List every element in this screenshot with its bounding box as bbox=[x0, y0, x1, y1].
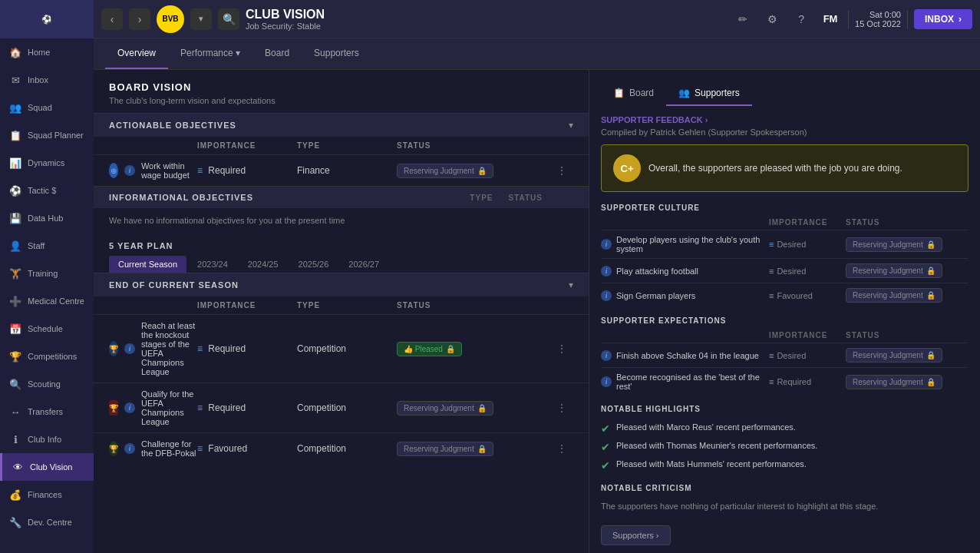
datetime-line2: 15 Oct 2022 bbox=[855, 19, 901, 28]
expand-icon2[interactable]: ▾ bbox=[569, 280, 573, 290]
nav-forward-button[interactable]: › bbox=[129, 8, 150, 30]
informational-empty-text: We have no informational objectives for … bbox=[109, 216, 345, 225]
importance-icon-c2: ≡ bbox=[769, 267, 774, 276]
right-tab-supporters[interactable]: 👥 Supporters bbox=[666, 81, 752, 106]
expectations-name-1: i Finish above Schalke 04 in the league bbox=[601, 350, 769, 361]
nav-back-button[interactable]: ‹ bbox=[101, 8, 123, 30]
supporters-button[interactable]: Supporters › bbox=[601, 525, 671, 545]
informational-empty: We have no informational objectives for … bbox=[94, 208, 589, 233]
obj-type: Finance bbox=[297, 165, 397, 176]
sidebar-item-squad[interactable]: 👥 Squad bbox=[0, 94, 94, 121]
plan-obj-label-2: Qualify for the UEFA Champions League bbox=[141, 389, 197, 426]
datetime: Sat 0:00 15 Oct 2022 bbox=[848, 10, 908, 28]
sidebar-item-competitions[interactable]: 🏆 Competitions bbox=[0, 343, 94, 370]
col-name bbox=[109, 141, 197, 150]
sidebar-item-home[interactable]: 🏠 Home bbox=[0, 38, 94, 66]
tab-board[interactable]: Board bbox=[252, 38, 302, 69]
competitions-icon: 🏆 bbox=[9, 350, 21, 363]
edit-icon[interactable]: ✏ bbox=[731, 8, 754, 31]
sidebar-item-transfers[interactable]: ↔ Transfers bbox=[0, 398, 94, 426]
settings-icon[interactable]: ⚙ bbox=[761, 8, 784, 31]
tab-supporters[interactable]: Supporters bbox=[302, 38, 371, 69]
sidebar-item-club-vision[interactable]: 👁 Club Vision bbox=[0, 453, 94, 481]
year-tab-2526[interactable]: 2025/26 bbox=[289, 256, 338, 273]
sidebar-item-staff[interactable]: 👤 Staff bbox=[0, 232, 94, 260]
culture-name-1: i Develop players using the club's youth… bbox=[601, 235, 769, 253]
actionable-title: ACTIONABLE OBJECTIVES bbox=[109, 121, 236, 130]
sidebar-item-label: Squad bbox=[28, 103, 52, 112]
plan-obj-label-3: Challenge for the DFB-Pokal bbox=[141, 439, 197, 458]
right-tab-board[interactable]: 📋 Board bbox=[601, 81, 666, 106]
check-icon-2: ✔ bbox=[601, 441, 610, 453]
actionable-row: ⊕ i Work within wage budget ≡ Required F… bbox=[94, 154, 589, 186]
importance-icon-2: ≡ bbox=[197, 402, 203, 413]
sidebar-item-label: Club Vision bbox=[30, 462, 72, 472]
dev-centre-icon: 🔧 bbox=[9, 516, 21, 528]
end-season-title: END OF CURRENT SEASON bbox=[109, 280, 239, 290]
club-nav-button[interactable]: ▾ bbox=[190, 8, 212, 30]
culture-name-3: i Sign German players bbox=[601, 290, 769, 301]
main-area: ‹ › BVB ▾ 🔍 CLUB VISION Job Security: St… bbox=[94, 0, 980, 553]
sidebar-item-label: Transfers bbox=[28, 407, 63, 416]
five-year-plan-title: 5 YEAR PLAN bbox=[109, 241, 173, 250]
plan-options-3[interactable]: ⋮ bbox=[550, 443, 573, 454]
sidebar-item-data-hub[interactable]: 💾 Data Hub bbox=[0, 204, 94, 232]
tab-performance[interactable]: Performance ▾ bbox=[168, 38, 252, 69]
plan-options-2[interactable]: ⋮ bbox=[550, 402, 573, 413]
sidebar-item-medical[interactable]: ➕ Medical Centre bbox=[0, 287, 94, 315]
culture-col-importance: IMPORTANCE bbox=[769, 218, 846, 227]
sidebar-item-scouting[interactable]: 🔍 Scouting bbox=[0, 370, 94, 398]
help-icon[interactable]: ? bbox=[790, 8, 813, 31]
col-type2: TYPE bbox=[297, 301, 397, 310]
expectations-status-2: Reserving Judgment 🔒 bbox=[846, 375, 968, 389]
lock-icon-e1: 🔒 bbox=[926, 351, 935, 359]
five-year-plan-header: 5 YEAR PLAN bbox=[94, 233, 589, 256]
club-info-icon: ℹ bbox=[9, 433, 21, 445]
tactics-icon: ⚽ bbox=[9, 184, 21, 197]
sidebar-item-inbox[interactable]: ✉ Inbox bbox=[0, 66, 94, 94]
plan-type-1: Competition bbox=[297, 343, 397, 354]
sidebar-item-dynamics[interactable]: 📊 Dynamics bbox=[0, 149, 94, 177]
sidebar-item-squad-planner[interactable]: 📋 Squad Planner bbox=[0, 121, 94, 149]
overall-text: Overall, the supporters are pleased with… bbox=[648, 163, 902, 174]
culture-label-1: Develop players using the club's youth s… bbox=[616, 235, 769, 253]
col-status2: STATUS bbox=[397, 301, 550, 310]
col-type-info: TYPE bbox=[470, 194, 493, 202]
importance-icon-1: ≡ bbox=[197, 343, 203, 354]
plan-obj-icon-2: 🏆 bbox=[109, 400, 118, 416]
sidebar-item-label: Training bbox=[28, 269, 58, 278]
sidebar-item-dev-centre[interactable]: 🔧 Dev. Centre bbox=[0, 508, 94, 536]
status-badge-3: Reserving Judgment 🔒 bbox=[397, 442, 493, 456]
lock-icon-c3: 🔒 bbox=[926, 291, 935, 300]
lock-icon-c2: 🔒 bbox=[926, 267, 935, 275]
squad-icon: 👥 bbox=[9, 101, 21, 114]
culture-col-name bbox=[601, 218, 769, 227]
squad-planner-icon: 📋 bbox=[9, 129, 21, 141]
sidebar-item-club-info[interactable]: ℹ Club Info bbox=[0, 426, 94, 453]
sidebar-item-label: Staff bbox=[28, 241, 45, 250]
culture-label-3: Sign German players bbox=[616, 291, 695, 300]
sidebar-item-label: Schedule bbox=[28, 324, 63, 333]
inbox-button[interactable]: INBOX › bbox=[914, 9, 972, 29]
lock-icon: 🔒 bbox=[477, 167, 487, 175]
sidebar-item-training[interactable]: 🏋 Training bbox=[0, 260, 94, 287]
sidebar-item-schedule[interactable]: 📅 Schedule bbox=[0, 315, 94, 343]
plan-obj-name-3: 🏆 i Challenge for the DFB-Pokal bbox=[109, 439, 197, 458]
expand-icon[interactable]: ▾ bbox=[569, 120, 573, 131]
tab-overview[interactable]: Overview bbox=[105, 38, 168, 69]
plan-obj-icon-3: 🏆 bbox=[109, 441, 118, 456]
finances-icon: 💰 bbox=[9, 488, 21, 501]
sidebar-item-label: Medical Centre bbox=[28, 296, 84, 306]
plan-options-1[interactable]: ⋮ bbox=[550, 343, 573, 354]
col-importance: IMPORTANCE bbox=[197, 141, 297, 150]
feedback-title[interactable]: SUPPORTER FEEDBACK › bbox=[601, 115, 968, 124]
search-button[interactable]: 🔍 bbox=[218, 8, 239, 30]
year-tab-current[interactable]: Current Season bbox=[109, 256, 186, 273]
year-tab-2324[interactable]: 2023/24 bbox=[188, 256, 237, 273]
sidebar-item-finances[interactable]: 💰 Finances bbox=[0, 481, 94, 508]
obj-options[interactable]: ⋮ bbox=[550, 165, 573, 176]
sidebar-item-tactics[interactable]: ⚽ Tactic $ bbox=[0, 177, 94, 204]
obj-importance: ≡ Required bbox=[197, 165, 297, 176]
year-tab-2425[interactable]: 2024/25 bbox=[239, 256, 288, 273]
year-tab-2627[interactable]: 2026/27 bbox=[339, 256, 388, 273]
